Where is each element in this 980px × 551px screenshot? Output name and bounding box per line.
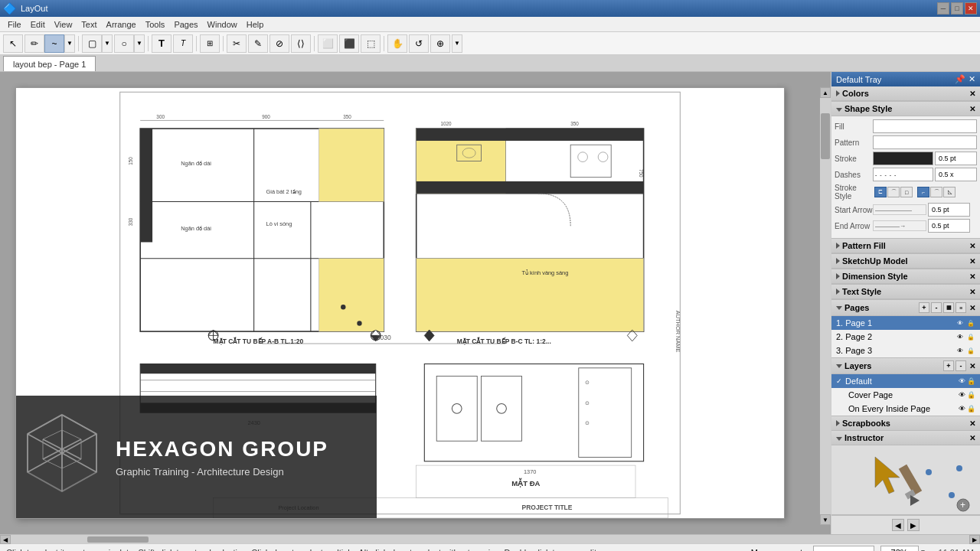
remove-layer-btn[interactable]: - <box>956 360 966 371</box>
pencil-tool[interactable]: ✏ <box>24 34 44 53</box>
close-button[interactable]: ✕ <box>965 2 977 15</box>
colors-close-icon[interactable]: ✕ <box>969 90 975 98</box>
menu-pages[interactable]: Pages <box>169 18 202 31</box>
pan-tool[interactable]: ✋ <box>387 34 407 53</box>
scrapbooks-header[interactable]: Scrapbooks ✕ <box>831 416 980 430</box>
circle-tool[interactable]: ○ <box>114 34 134 53</box>
remove-page-btn[interactable]: - <box>931 302 942 313</box>
menu-arrange[interactable]: Arrange <box>102 18 141 31</box>
maximize-button[interactable]: □ <box>951 2 963 15</box>
arc-tool[interactable]: ~ <box>44 34 64 53</box>
shape-style-header[interactable]: Shape Style ✕ <box>831 102 980 116</box>
start-arrow-dropdown[interactable]: —————— <box>873 204 926 215</box>
shape-dropdown[interactable]: ▼ <box>102 34 113 53</box>
dimension-style-header[interactable]: Dimension Style ✕ <box>831 269 980 284</box>
layers-header[interactable]: Layers + - ✕ <box>831 358 980 374</box>
page-item-3[interactable]: 3. Page 3 👁 🔒 <box>831 344 980 357</box>
tray-close[interactable]: ✕ <box>969 74 975 84</box>
bottom-scroll-bar[interactable]: ◀ ▶ <box>0 534 980 543</box>
stroke-color-swatch[interactable] <box>873 152 933 165</box>
circle-dropdown[interactable]: ▼ <box>134 34 145 53</box>
fill-swatch[interactable] <box>873 119 977 133</box>
dimension-tool[interactable]: ⟨⟩ <box>291 34 311 53</box>
vscroll-thumb[interactable] <box>821 113 830 159</box>
menu-file[interactable]: File <box>3 18 26 31</box>
shape-style-close-icon[interactable]: ✕ <box>969 105 975 113</box>
stroke-pt-input[interactable]: 0.5 pt <box>935 152 977 165</box>
join-round-btn[interactable]: ⌒ <box>930 187 942 197</box>
add-page-btn[interactable]: + <box>919 302 929 313</box>
page-item-2[interactable]: 2. Page 2 👁 🔒 <box>831 330 980 344</box>
menu-view[interactable]: View <box>50 18 77 31</box>
stroke-round-btn[interactable]: ⌒ <box>887 187 900 197</box>
stroke-square-btn[interactable]: □ <box>900 187 913 197</box>
pattern-fill-close-icon[interactable]: ✕ <box>969 242 975 250</box>
layer-default-lock-icon[interactable]: 🔒 <box>967 377 975 385</box>
pattern-swatch[interactable] <box>873 135 977 149</box>
layer-default[interactable]: ✓ Default 👁 🔒 <box>831 374 980 388</box>
hscroll-left-btn[interactable]: ◀ <box>0 535 11 544</box>
orbit-tool[interactable]: ↺ <box>409 34 429 53</box>
text-tool[interactable]: T <box>152 34 172 53</box>
tab-page1[interactable]: layout bep - Page 1 <box>3 56 96 71</box>
menu-window[interactable]: Window <box>203 18 242 31</box>
end-arrow-dropdown[interactable]: ————→ <box>873 220 926 231</box>
hscroll-track[interactable] <box>11 535 969 543</box>
stroke-flat-btn[interactable]: ⊏ <box>874 187 887 197</box>
table-tool[interactable]: ⊞ <box>200 34 220 53</box>
tray-pin[interactable]: 📌 <box>955 74 965 84</box>
colors-header[interactable]: Colors ✕ <box>831 86 980 101</box>
page-item-1[interactable]: 1. Page 1 👁 🔒 <box>831 316 980 330</box>
select-tool[interactable]: ↖ <box>3 34 23 53</box>
pages-grid-btn[interactable]: ▦ <box>943 302 954 313</box>
layer-cover-lock-icon[interactable]: 🔒 <box>967 391 975 399</box>
layers-close-icon[interactable]: ✕ <box>969 362 975 370</box>
rect-tool[interactable]: ▢ <box>82 34 102 53</box>
scrapbooks-close-icon[interactable]: ✕ <box>969 419 975 428</box>
hscroll-right-btn[interactable]: ▶ <box>969 535 980 544</box>
instructor-header[interactable]: Instructor ✕ <box>831 431 980 445</box>
nav-next-btn[interactable]: ▶ <box>907 519 920 531</box>
minimize-button[interactable]: ─ <box>937 2 949 15</box>
sample-tool[interactable]: ⊘ <box>270 34 289 53</box>
layer-inside[interactable]: On Every Inside Page 👁 🔒 <box>831 402 980 416</box>
pages-close-icon[interactable]: ✕ <box>969 304 975 312</box>
dropdown-extra[interactable]: ▼ <box>452 34 462 53</box>
zoom-window-tool[interactable]: ⊕ <box>430 34 450 53</box>
sketchup-close-icon[interactable]: ✕ <box>969 257 975 266</box>
menu-help[interactable]: Help <box>242 18 269 31</box>
menu-text[interactable]: Text <box>77 18 101 31</box>
join-miter-btn[interactable]: ⌐ <box>917 187 929 197</box>
zoom-in-tool[interactable]: ⬛ <box>339 34 359 53</box>
clip-tool[interactable]: ⬜ <box>318 34 338 53</box>
canvas-area[interactable]: 300 900 350 150 330 Ngăn đồ dài Ngăn đồ … <box>0 72 831 534</box>
nav-prev-btn[interactable]: ◀ <box>892 519 904 531</box>
zoom-input[interactable]: 73% <box>880 546 919 552</box>
line-dropdown[interactable]: ▼ <box>64 34 75 53</box>
start-arrow-pt[interactable]: 0.5 pt <box>928 203 970 217</box>
vscroll-bar[interactable]: ▲ ▼ <box>820 87 831 525</box>
titlebar-controls[interactable]: ─ □ ✕ <box>937 2 977 15</box>
dashes-dropdown[interactable]: - - - - - <box>873 168 933 181</box>
layer-cover[interactable]: Cover Page 👁 🔒 <box>831 388 980 402</box>
vscroll-down[interactable]: ▼ <box>820 514 831 525</box>
eraser-tool[interactable]: ✂ <box>227 34 247 53</box>
layer-default-vis-icon[interactable]: 👁 <box>959 377 965 385</box>
text-style-close-icon[interactable]: ✕ <box>969 288 975 296</box>
join-bevel-btn[interactable]: ◺ <box>943 187 956 197</box>
measurements-input[interactable] <box>813 546 874 552</box>
dimension-style-close-icon[interactable]: ✕ <box>969 272 975 281</box>
end-arrow-pt[interactable]: 0.5 pt <box>928 219 970 233</box>
instructor-close-icon[interactable]: ✕ <box>969 434 975 442</box>
add-layer-btn[interactable]: + <box>943 360 954 371</box>
zoom-out-tool[interactable]: ⬚ <box>361 34 381 53</box>
paint-tool[interactable]: ✎ <box>248 34 268 53</box>
layer-inside-vis-icon[interactable]: 👁 <box>959 405 965 412</box>
sketchup-header[interactable]: SketchUp Model ✕ <box>831 254 980 269</box>
text-style-header[interactable]: Text Style ✕ <box>831 285 980 299</box>
pattern-fill-header[interactable]: Pattern Fill ✕ <box>831 239 980 253</box>
label-tool[interactable]: T <box>173 34 193 53</box>
pages-list-btn[interactable]: ≡ <box>956 302 966 313</box>
vscroll-up[interactable]: ▲ <box>820 87 831 98</box>
hscroll-thumb[interactable] <box>87 536 149 543</box>
